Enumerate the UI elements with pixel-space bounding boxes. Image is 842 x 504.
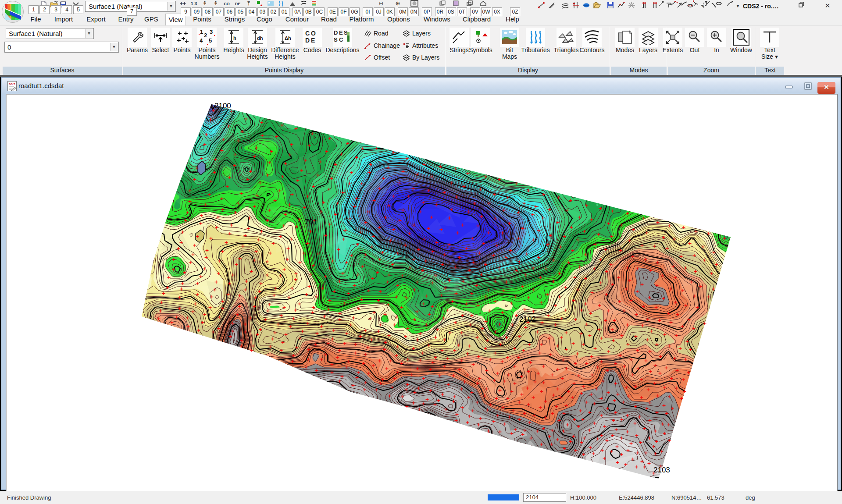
svg-text:E: E (339, 29, 343, 36)
svg-text:4: 4 (200, 37, 203, 44)
svg-text:C: C (305, 30, 310, 37)
svg-text:5: 5 (209, 37, 212, 44)
svg-text:S: S (344, 29, 348, 36)
svg-text:2102: 2102 (519, 315, 536, 323)
svg-text:Δh: Δh (285, 35, 291, 41)
svg-text:2103: 2103 (653, 466, 670, 474)
svg-text:3: 3 (210, 28, 213, 35)
svg-text:2: 2 (204, 32, 207, 39)
svg-text:S: S (334, 36, 338, 43)
svg-text:h: h (233, 35, 236, 41)
svg-text:C: C (339, 36, 343, 43)
svg-text:DO.T: DO.T (9, 83, 15, 85)
svg-text:E: E (311, 37, 315, 44)
svg-text:701: 701 (305, 218, 317, 226)
svg-text:dh: dh (257, 35, 263, 41)
svg-text:D: D (334, 29, 338, 36)
svg-text:D: D (305, 37, 310, 44)
svg-text:2100: 2100 (214, 102, 231, 110)
svg-text:O: O (311, 30, 316, 37)
svg-text:1: 1 (200, 28, 203, 35)
